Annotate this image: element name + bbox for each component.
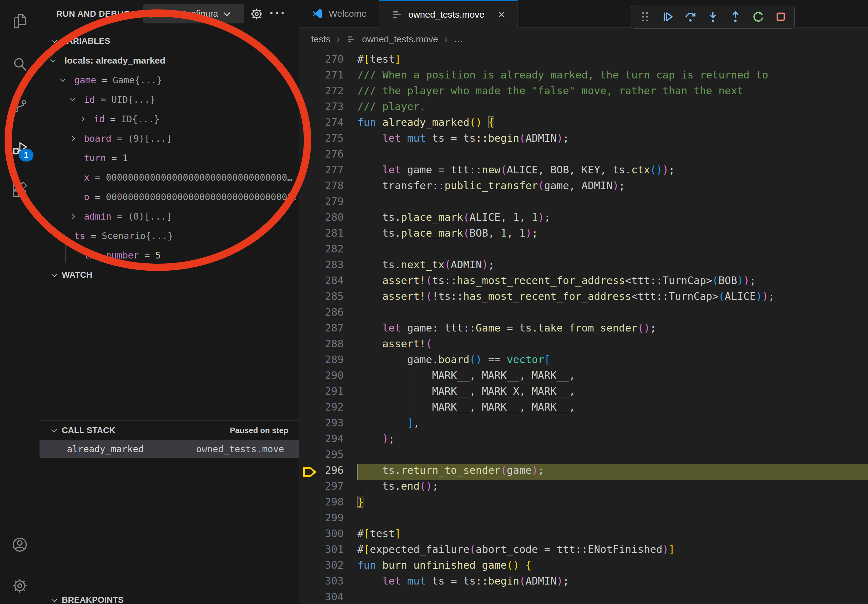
source-control-icon[interactable] xyxy=(0,88,40,122)
step-over-icon[interactable] xyxy=(682,8,699,25)
drag-handle-icon[interactable] xyxy=(637,8,654,25)
line-number[interactable]: 301 xyxy=(299,543,357,559)
code-line-298[interactable]: 298} xyxy=(299,496,868,511)
chevron-down-icon[interactable] xyxy=(60,232,65,237)
code-line-294[interactable]: 294 ); xyxy=(299,432,868,448)
variable-row[interactable]: id = UID{...} xyxy=(40,90,299,109)
more-actions-icon[interactable]: ··· xyxy=(270,0,286,28)
code-line-290[interactable]: 290 MARK__, MARK__, MARK__, xyxy=(299,369,868,385)
stop-icon[interactable] xyxy=(772,8,789,25)
line-number[interactable]: 292 xyxy=(299,401,357,417)
code-line-303[interactable]: 303 let mut ts = ts::begin(ADMIN); xyxy=(299,575,868,591)
code-line-299[interactable]: 299 xyxy=(299,511,868,527)
step-out-icon[interactable] xyxy=(727,8,744,25)
code-line-292[interactable]: 292 MARK__, MARK__, MARK__, xyxy=(299,401,868,417)
code-line-281[interactable]: 281 ts.place_mark(BOB, 1, 1); xyxy=(299,227,868,243)
chevron-down-icon[interactable] xyxy=(70,96,75,101)
code-line-288[interactable]: 288 assert!( xyxy=(299,338,868,353)
code-line-279[interactable]: 279 xyxy=(299,195,868,211)
debug-current-line-icon[interactable] xyxy=(302,466,316,480)
code-line-273[interactable]: 273/// player. xyxy=(299,101,868,116)
code-line-295[interactable]: 295 xyxy=(299,448,868,464)
line-number[interactable]: 294 xyxy=(299,432,357,448)
code-line-285[interactable]: 285 assert!(!ts::has_most_recent_for_add… xyxy=(299,290,868,306)
chevron-right-icon[interactable] xyxy=(80,116,85,122)
call-stack-section-header[interactable]: CALL STACK Paused on step xyxy=(40,421,299,440)
line-number[interactable]: 299 xyxy=(299,511,357,527)
line-number[interactable]: 274 xyxy=(299,116,357,132)
variable-row[interactable]: admin = (0)[...] xyxy=(40,206,299,226)
line-number[interactable]: 291 xyxy=(299,385,357,401)
variable-row[interactable]: id = ID{...} xyxy=(40,109,299,129)
explorer-icon[interactable] xyxy=(0,4,40,38)
line-number[interactable]: 278 xyxy=(299,180,357,195)
line-number[interactable]: 287 xyxy=(299,322,357,338)
line-number[interactable]: 280 xyxy=(299,211,357,227)
search-icon[interactable] xyxy=(0,48,40,81)
breadcrumb-folder[interactable]: tests xyxy=(311,34,330,44)
line-number[interactable]: 273 xyxy=(299,101,357,116)
line-number[interactable]: 275 xyxy=(299,132,357,148)
chevron-down-icon[interactable] xyxy=(60,77,65,82)
code-line-286[interactable]: 286 xyxy=(299,306,868,322)
variable-row[interactable]: ts = Scenario{...} xyxy=(40,226,299,245)
line-number[interactable]: 295 xyxy=(299,448,357,464)
breadcrumb-file[interactable]: owned_tests.move xyxy=(362,34,438,44)
code-line-278[interactable]: 278 transfer::public_transfer(game, ADMI… xyxy=(299,180,868,195)
line-number[interactable]: 288 xyxy=(299,338,357,353)
chevron-right-icon[interactable] xyxy=(70,214,75,219)
line-number[interactable]: 303 xyxy=(299,575,357,591)
step-into-icon[interactable] xyxy=(704,8,721,25)
close-tab-icon[interactable]: × xyxy=(498,8,505,21)
code-line-275[interactable]: 275 let mut ts = ts::begin(ADMIN); xyxy=(299,132,868,148)
line-number[interactable]: 298 xyxy=(299,496,357,511)
variable-row[interactable]: turn = 1 xyxy=(40,148,299,167)
code-line-277[interactable]: 277 let game = ttt::new(ALICE, BOB, KEY,… xyxy=(299,164,868,180)
line-number[interactable]: 286 xyxy=(299,306,357,322)
line-number[interactable]: 297 xyxy=(299,480,357,496)
code-line-274[interactable]: 274fun already_marked() { xyxy=(299,116,868,132)
variables-section-header[interactable]: VARIABLES xyxy=(40,31,299,51)
line-number[interactable]: 281 xyxy=(299,227,357,243)
line-number[interactable]: 284 xyxy=(299,274,357,290)
line-number[interactable]: 285 xyxy=(299,290,357,306)
continue-icon[interactable] xyxy=(659,8,676,25)
debug-gear-icon[interactable] xyxy=(250,7,264,21)
code-line-270[interactable]: 270#[test] xyxy=(299,53,868,69)
code-editor[interactable]: 270#[test]271/// When a position is alre… xyxy=(299,51,868,604)
breadcrumb-symbol[interactable]: … xyxy=(454,34,463,44)
code-line-271[interactable]: 271/// When a position is already marked… xyxy=(299,69,868,85)
code-line-293[interactable]: 293 ], xyxy=(299,417,868,432)
variable-row[interactable]: txn_number = 5 xyxy=(40,245,299,265)
code-line-301[interactable]: 301#[expected_failure(abort_code = ttt::… xyxy=(299,543,868,559)
tab-owned-tests-move[interactable]: owned_tests.move × xyxy=(379,0,518,28)
line-number[interactable]: 293 xyxy=(299,417,357,432)
settings-gear-icon[interactable] xyxy=(0,569,40,602)
tab-welcome[interactable]: Welcome xyxy=(299,0,379,28)
code-line-304[interactable]: 304 xyxy=(299,591,868,604)
line-number[interactable]: 279 xyxy=(299,195,357,211)
variable-row[interactable]: board = (9)[...] xyxy=(40,129,299,148)
code-line-284[interactable]: 284 assert!(ts::has_most_recent_for_addr… xyxy=(299,274,868,290)
run-and-debug-icon[interactable]: 1 xyxy=(0,131,40,164)
code-line-289[interactable]: 289 game.board() == vector[ xyxy=(299,353,868,369)
line-number[interactable]: 272 xyxy=(299,85,357,101)
variable-row[interactable]: o = 0000000000000000000000000000000000. xyxy=(40,187,299,206)
line-number[interactable]: 289 xyxy=(299,353,357,369)
restart-icon[interactable] xyxy=(750,8,767,25)
debug-config-dropdown[interactable]: No Configura xyxy=(143,4,244,23)
line-number[interactable]: 290 xyxy=(299,369,357,385)
code-line-302[interactable]: 302fun burn_unfinished_game() { xyxy=(299,559,868,575)
variable-row[interactable]: game = Game{...} xyxy=(40,70,299,90)
line-number[interactable]: 302 xyxy=(299,559,357,575)
code-line-291[interactable]: 291 MARK__, MARK_X, MARK__, xyxy=(299,385,868,401)
code-line-280[interactable]: 280 ts.place_mark(ALICE, 1, 1); xyxy=(299,211,868,227)
line-number[interactable]: 271 xyxy=(299,69,357,85)
chevron-right-icon[interactable] xyxy=(70,136,75,141)
variable-row[interactable]: x = 000000000000000000000000000000000… xyxy=(40,167,299,187)
line-number[interactable]: 270 xyxy=(299,53,357,69)
line-number[interactable]: 283 xyxy=(299,259,357,274)
line-number[interactable]: 282 xyxy=(299,243,357,259)
code-line-276[interactable]: 276 xyxy=(299,148,868,164)
account-icon[interactable] xyxy=(0,528,40,561)
